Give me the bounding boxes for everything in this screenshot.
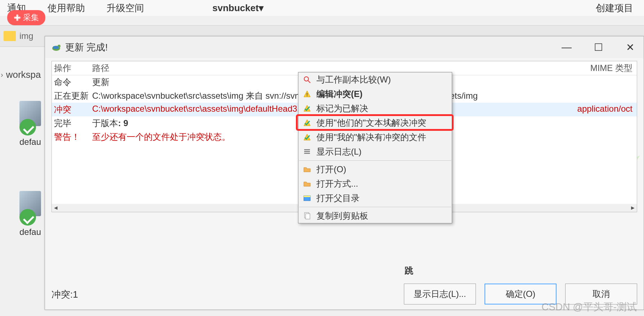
folder-icon	[303, 165, 311, 174]
menu-item-label: 使用"他们的"文本块解决冲突	[316, 117, 426, 129]
menu-item[interactable]: 使用"他们的"文本块解决冲突	[298, 116, 452, 130]
checkmark-icon	[19, 209, 36, 226]
breadcrumb-item[interactable]: workspa	[6, 69, 41, 80]
cell-op: 命令	[54, 76, 92, 88]
svg-point-3	[16, 14, 18, 17]
menu-item-label: 与工作副本比较(W)	[316, 74, 391, 85]
dialog-title: 更新 完成!	[65, 41, 108, 54]
menu-item[interactable]: 使用"我的"解决有冲突的文件	[298, 130, 452, 144]
brand-dropdown[interactable]: svnbucket▾	[212, 3, 264, 14]
svg-rect-15	[304, 149, 310, 150]
menu-item-label: 复制到剪贴板	[316, 210, 368, 222]
svg-point-4	[16, 19, 18, 21]
dialog-titlebar: 更新 完成! — ☐ ✕	[45, 36, 644, 58]
watermark: CSDN @平头哥-测试	[541, 300, 637, 314]
warning-icon: !	[303, 90, 311, 98]
resolve-icon	[303, 104, 311, 113]
scroll-right-arrow[interactable]: ►	[629, 205, 637, 211]
magnifier-icon	[303, 75, 311, 84]
maximize-button[interactable]: ☐	[591, 41, 605, 53]
col-header-mime[interactable]: MIME 类型	[590, 62, 635, 74]
menu-item[interactable]: !编辑冲突(E)	[298, 87, 452, 101]
menu-item-label: 显示日志(L)	[316, 146, 361, 157]
tortoise-icon	[51, 43, 61, 52]
scroll-left-arrow[interactable]: ◄	[52, 205, 60, 211]
menu-item-label: 标记为已解决	[316, 103, 368, 114]
svg-point-1	[14, 17, 16, 19]
cell-op: 警告！	[54, 131, 92, 143]
svg-point-2	[18, 17, 21, 19]
svg-rect-19	[304, 196, 310, 197]
folder-icon	[4, 31, 16, 41]
svg-rect-7	[53, 46, 59, 49]
nav-item[interactable]: 使用帮助	[48, 2, 85, 14]
cell-op: 冲突	[54, 104, 92, 115]
showlog-button[interactable]: 显示日志(L)...	[404, 284, 476, 304]
close-button[interactable]: ✕	[623, 41, 637, 53]
menu-item[interactable]: 复制到剪贴板	[298, 209, 452, 223]
folder-icon	[303, 179, 311, 188]
svg-text:!: !	[306, 92, 308, 97]
skip-label: 跳	[405, 265, 413, 276]
collect-label: 采集	[23, 12, 39, 23]
resolve-icon	[303, 119, 311, 127]
col-header-op[interactable]: 操作	[54, 62, 92, 74]
resolve-icon	[303, 133, 311, 142]
folder-name: img	[19, 31, 33, 41]
cursor-icon	[388, 119, 395, 129]
conflict-count: 冲突:1	[51, 288, 78, 301]
cell-op: 完毕	[54, 117, 92, 129]
top-nav: 通知 使用帮助 升级空间 svnbucket▾ 创建项目	[0, 0, 644, 16]
menu-item[interactable]: 打开方式...	[298, 177, 452, 191]
svg-marker-13	[304, 120, 310, 126]
nav-item[interactable]: 升级空间	[107, 2, 144, 14]
checkmark-icon	[19, 119, 36, 135]
menu-separator	[299, 160, 451, 161]
chevron-right-icon: ›	[1, 71, 3, 79]
svg-line-9	[308, 81, 310, 83]
menu-item[interactable]: 标记为已解决	[298, 101, 452, 116]
menu-item[interactable]: 打开父目录	[298, 191, 452, 205]
svg-rect-21	[306, 214, 310, 219]
cell-op: 正在更新	[54, 90, 92, 102]
menu-item[interactable]: 与工作副本比较(W)	[298, 72, 452, 87]
flower-icon	[14, 14, 21, 21]
cell-mime: application/oct	[577, 104, 635, 115]
menu-item[interactable]: 打开(O)	[298, 162, 452, 177]
svg-marker-12	[304, 105, 310, 111]
svg-marker-14	[304, 134, 310, 140]
log-icon	[303, 147, 311, 156]
svg-rect-16	[304, 151, 310, 152]
copy-icon	[303, 212, 311, 220]
menu-item[interactable]: 显示日志(L)	[298, 144, 452, 159]
svg-rect-17	[304, 153, 310, 154]
menu-item-label: 打开方式...	[316, 178, 358, 190]
menu-item-label: 使用"我的"解决有冲突的文件	[316, 132, 426, 143]
menu-item-label: 编辑冲突(E)	[316, 88, 362, 100]
menu-item-label: 打开(O)	[316, 164, 346, 175]
create-project-button[interactable]: 创建项目	[596, 2, 633, 14]
collect-badge[interactable]: 采集	[7, 10, 45, 25]
context-menu: 与工作副本比较(W)!编辑冲突(E)标记为已解决使用"他们的"文本块解决冲突使用…	[298, 72, 452, 223]
svg-point-0	[16, 16, 19, 19]
svg-point-8	[304, 77, 309, 81]
menu-separator	[299, 207, 451, 207]
folder-app-icon	[303, 194, 311, 202]
minimize-button[interactable]: —	[559, 41, 574, 53]
menu-item-label: 打开父目录	[316, 192, 360, 204]
breadcrumb[interactable]: › workspa	[1, 69, 41, 80]
